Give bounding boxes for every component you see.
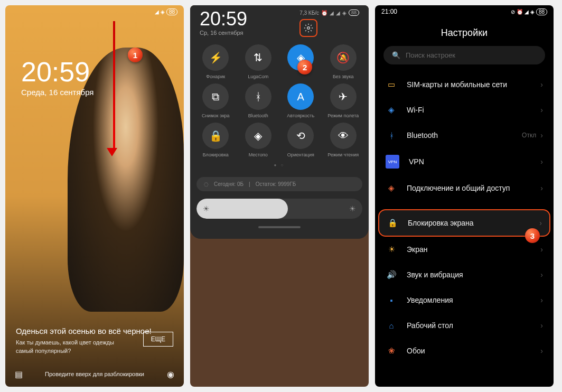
settings-item-vpn[interactable]: VPNVPN›: [378, 148, 550, 175]
read-icon: 👁: [330, 123, 357, 149]
qs-panel: 20:59 Ср, 16 сентября 7,3 КБ/с ⏰ ◢ ◢ ◈ 8…: [190, 5, 369, 239]
signal-icon: ◢: [155, 9, 159, 15]
brightness-high-icon: ☀: [349, 204, 356, 213]
search-icon: 🔍: [392, 51, 400, 59]
chevron-right-icon: ›: [540, 157, 543, 166]
panel-handle[interactable]: [258, 226, 301, 228]
chevron-right-icon: ›: [540, 245, 543, 254]
qs-statusbar: 7,3 КБ/с ⏰ ◢ ◢ ◈ 88: [299, 10, 359, 16]
chevron-right-icon: ›: [540, 270, 543, 279]
lock-time: 20:59: [21, 58, 93, 86]
settings-item-notif[interactable]: ▪Уведомления›: [378, 287, 550, 313]
chevron-right-icon: ›: [540, 106, 543, 114]
alarm-icon: ⏰: [517, 9, 523, 15]
disp-icon: ☀: [386, 244, 397, 255]
statusbar: 21:00 ⊘ ⏰ ◢ ◈ 88: [375, 5, 554, 18]
statusbar: ◢ ◈ 88: [5, 5, 184, 18]
search-placeholder: Поиск настроек: [406, 51, 455, 59]
qs-tile-flashlight[interactable]: ⚡Фонарик: [196, 44, 235, 79]
brightness-low-icon: ☀: [203, 204, 210, 213]
swipe-down-arrow: [111, 21, 117, 156]
brightness-slider[interactable]: ☀ ☀: [196, 199, 362, 219]
step-badge-3: 3: [525, 228, 540, 243]
chevron-right-icon: ›: [540, 80, 543, 89]
qs-tile-bluetooth[interactable]: ᚼBluetooth: [239, 83, 278, 118]
lock-clock: 20:59 Среда, 16 сентября: [21, 58, 93, 97]
step-badge-2: 2: [297, 60, 312, 74]
lock-subtext: Как ты думаешь, какой цвет одежды самый …: [16, 339, 121, 355]
settings-item-wall[interactable]: ❀Обои›: [378, 338, 550, 363]
dnd-icon: ⊘: [511, 9, 515, 15]
battery-indicator: 88: [536, 8, 547, 15]
airplane-icon: ✈: [330, 83, 357, 110]
settings-search[interactable]: 🔍 Поиск настроек: [383, 46, 545, 64]
qs-tiles-grid: ⚡Фонарик⇅LugaCom◈🔕Без звука⧉Снимок экраᚼ…: [196, 44, 362, 157]
bt-icon: ᚼ: [386, 129, 397, 141]
settings-gear-button[interactable]: 2: [299, 19, 317, 37]
settings-item-wifi[interactable]: ◈Wi-Fi›: [378, 97, 550, 123]
vpn-icon: VPN: [386, 155, 399, 169]
qs-date: Ср, 16 сентября: [200, 30, 247, 36]
settings-item-home[interactable]: ⌂Рабочий стол›: [378, 313, 550, 338]
settings-item-lock[interactable]: 🔒Блокировка экрана›3: [378, 209, 550, 237]
status-time: 21:00: [381, 8, 397, 15]
chevron-right-icon: ›: [539, 219, 542, 227]
wifi-icon: ◈: [530, 9, 535, 15]
signal-icon: ◢: [336, 10, 340, 16]
unlock-hint: ▤ Проведите вверх для разблокировки ◉: [5, 371, 184, 377]
lock-icon: 🔒: [202, 123, 229, 149]
screenshot-icon: ⧉: [202, 83, 229, 110]
qs-tile-lock[interactable]: 🔒Блокировка: [196, 123, 235, 157]
lock-bottom-card: Оденься этой осенью во всё черное! Как т…: [16, 326, 173, 355]
wall-icon: ❀: [386, 345, 397, 357]
battery-indicator: 88: [166, 8, 177, 15]
settings-item-disp[interactable]: ☀Экран›: [378, 237, 550, 262]
data-usage-bar[interactable]: ◌ Сегодня: 0Б| Остаток: 9999ГБ: [196, 177, 362, 191]
settings-item-share[interactable]: ◈Подключение и общий доступ›: [378, 175, 550, 201]
qs-tile-read[interactable]: 👁Режим чтения: [324, 123, 363, 157]
bluetooth-icon: ᚼ: [245, 83, 271, 110]
sim-icon: ▭: [386, 79, 397, 90]
signal-icon: ◢: [330, 10, 334, 16]
qs-tile-data[interactable]: ⇅LugaCom: [239, 44, 278, 79]
chevron-right-icon: ›: [540, 347, 543, 355]
qs-tile-airplane[interactable]: ✈Режим полета: [324, 83, 363, 118]
qs-tile-mute[interactable]: 🔕Без звука: [324, 44, 363, 79]
page-dots: ● ○: [196, 163, 362, 167]
wifi-icon: ◈: [342, 10, 346, 16]
settings-item-bt[interactable]: ᚼBluetoothОткл›: [378, 123, 550, 148]
qs-tile-rotate[interactable]: ⟲Ориентация: [282, 123, 320, 157]
signal-icon: ◢: [524, 9, 529, 15]
qs-tile-location[interactable]: ◈Местопо: [239, 123, 278, 157]
qs-tile-autobright[interactable]: AАвтояркость: [282, 83, 320, 118]
lock-icon: 🔒: [387, 217, 398, 229]
share-icon: ◈: [386, 182, 397, 194]
more-button[interactable]: ЕЩЕ: [143, 332, 173, 347]
lock-date: Среда, 16 сентября: [21, 88, 93, 97]
chevron-right-icon: ›: [540, 131, 543, 139]
chevron-right-icon: ›: [540, 184, 543, 192]
settings-item-sim[interactable]: ▭SIM-карты и мобильные сети›: [378, 72, 550, 97]
location-icon: ◈: [245, 123, 271, 149]
settings-list: ▭SIM-карты и мобильные сети›◈Wi-Fi›ᚼBlue…: [375, 72, 554, 363]
settings-phone: 21:00 ⊘ ⏰ ◢ ◈ 88 Настройки 🔍 Поиск настр…: [375, 5, 554, 387]
home-icon: ⌂: [386, 320, 397, 331]
quicksettings-phone: 20:59 Ср, 16 сентября 7,3 КБ/с ⏰ ◢ ◢ ◈ 8…: [190, 5, 369, 387]
wifi-icon: ◈: [386, 104, 397, 116]
autobright-icon: A: [287, 83, 314, 110]
qs-time: 20:59: [200, 10, 247, 29]
svg-point-0: [307, 27, 310, 30]
wifi-icon: ◈: [161, 9, 165, 15]
camera-icon[interactable]: ◉: [167, 369, 174, 379]
rotate-icon: ⟲: [287, 123, 314, 149]
battery-indicator: 88: [349, 10, 359, 16]
chevron-right-icon: ›: [540, 321, 543, 330]
notif-icon: ▪: [386, 294, 397, 306]
cards-icon[interactable]: ▤: [15, 369, 23, 379]
qs-tile-screenshot[interactable]: ⧉Снимок экра: [196, 83, 235, 118]
mute-icon: 🔕: [330, 44, 357, 71]
data-icon: ⇅: [245, 44, 271, 71]
settings-item-snd[interactable]: 🔊Звук и вибрация›: [378, 262, 550, 287]
settings-title: Настройки: [375, 18, 554, 46]
snd-icon: 🔊: [386, 269, 397, 281]
